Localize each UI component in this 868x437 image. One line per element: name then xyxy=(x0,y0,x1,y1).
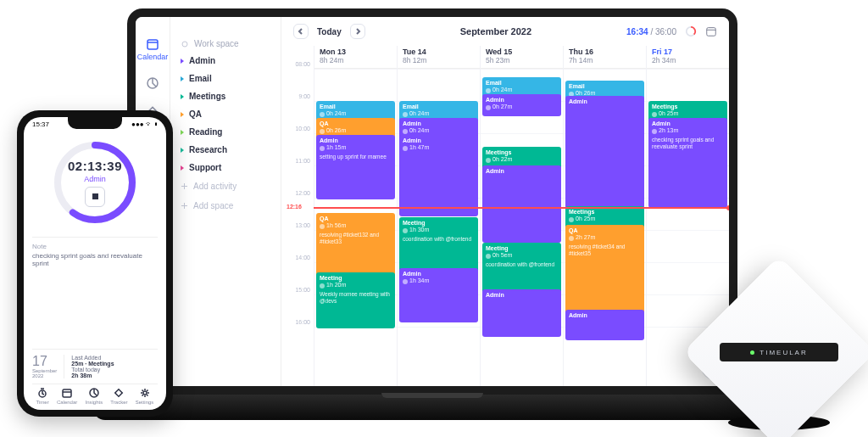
today-button[interactable]: Today xyxy=(314,27,345,36)
calendar-event[interactable]: Admin2h 13mchecking sprint goals and ree… xyxy=(648,118,727,208)
calendar-main: Today September 2022 16:34 / 36:00 08:00… xyxy=(281,17,729,386)
nav-calendar[interactable]: Calendar xyxy=(137,37,169,61)
activity-label: Meetings xyxy=(189,92,225,101)
day-header: Thu 167h 14m xyxy=(564,46,646,69)
total-time: 36:00 xyxy=(655,27,676,36)
stop-button[interactable] xyxy=(85,187,105,207)
triangle-icon xyxy=(181,59,184,64)
tab-calendar[interactable]: Calendar xyxy=(57,388,77,405)
tracker-brand: TIMEULAR xyxy=(760,349,807,356)
piechart-icon xyxy=(146,76,159,90)
activity-support[interactable]: Support xyxy=(170,159,281,176)
activity-admin[interactable]: Admin xyxy=(170,52,281,70)
activity-email[interactable]: Email xyxy=(170,70,281,87)
activity-research[interactable]: Research xyxy=(170,141,281,159)
calendar-event[interactable]: Admin1h 15msetting up sprint for mamee xyxy=(316,135,395,199)
phone-tabbar: TimerCalendarInsightsTrackerSettings xyxy=(32,384,158,405)
calendar-event[interactable]: Admin xyxy=(482,165,561,243)
tracker-device: TIMEULAR xyxy=(711,284,847,420)
hour-label: 11:00 xyxy=(281,158,310,190)
add-activity-label: Add activity xyxy=(193,182,236,191)
laptop-device: Calendar Work space AdminEmailMeet xyxy=(119,0,746,420)
add-activity[interactable]: Add activity xyxy=(170,176,281,196)
activity-meetings[interactable]: Meetings xyxy=(170,87,281,105)
svg-point-12 xyxy=(143,391,147,395)
gear-icon xyxy=(181,40,189,48)
calendar-event[interactable]: Meeting1h 30mcoordination with @frontend xyxy=(399,217,478,273)
tab-label: Tracker xyxy=(110,400,127,405)
note-label: Note xyxy=(32,243,158,250)
calendar-event[interactable]: Admin1h 34m xyxy=(399,268,478,322)
calendar-event[interactable]: Admin0h 27m xyxy=(482,94,561,116)
hour-label: 10:00 xyxy=(281,126,310,158)
day-column: Wed 155h 23mEmail0h 24mAdmin0h 27mMeetin… xyxy=(480,46,563,386)
last-added-label: Last Added xyxy=(71,355,101,361)
hour-label: 16:00 xyxy=(281,319,310,351)
laptop-base xyxy=(93,395,771,420)
phone-notch xyxy=(68,117,122,129)
tracker-icon xyxy=(114,388,124,398)
stop-icon xyxy=(92,193,98,199)
calendar-icon xyxy=(62,388,72,398)
hour-label: 13:00 xyxy=(281,222,310,255)
day-body[interactable]: Email0h 24mQA0h 26mAdmin1h 15msetting up… xyxy=(314,69,397,386)
add-space[interactable]: Add space xyxy=(170,196,281,216)
day-header: Tue 148h 12m xyxy=(398,46,480,69)
calendar-event[interactable]: Admin xyxy=(565,310,644,340)
day-summary: 17 September2022 Last Added 25m · Meetin… xyxy=(32,349,158,384)
timer-activity[interactable]: Admin xyxy=(84,175,106,183)
calendar-event[interactable]: Admin xyxy=(565,96,644,210)
note-field[interactable]: Note checking sprint goals and reevaluat… xyxy=(32,237,158,267)
workspace-label: Work space xyxy=(194,39,239,48)
day-header: Mon 138h 24m xyxy=(314,46,397,69)
settings-icon xyxy=(140,388,150,398)
tab-label: Calendar xyxy=(57,400,77,405)
workspace-header[interactable]: Work space xyxy=(170,36,281,52)
day-header: Wed 155h 23m xyxy=(481,46,563,69)
day-body[interactable]: Email0h 24mAdmin0h 24mAdmin1h 47mMeeting… xyxy=(398,69,480,386)
triangle-icon xyxy=(181,165,184,171)
calendar-event[interactable]: Admin1h 47m xyxy=(399,135,478,216)
activity-reading[interactable]: Reading xyxy=(170,123,281,141)
calendar-topbar: Today September 2022 16:34 / 36:00 xyxy=(281,17,729,46)
calendar-event[interactable]: Meeting0h 5emcoordination with @frontend xyxy=(482,243,561,294)
activity-sidebar: Work space AdminEmailMeetingsQAReadingRe… xyxy=(170,17,281,386)
day-body[interactable]: Email0h 24mAdmin0h 27mMeetings0h 22mAdmi… xyxy=(481,69,563,386)
last-added-value: 25m · Meetings xyxy=(71,361,114,367)
calendar-event[interactable]: Admin xyxy=(482,289,561,337)
topbar-stats: 16:34 / 36:00 xyxy=(626,25,717,37)
calendar-event[interactable]: QA2h 27mresolving #ticket34 and #ticket3… xyxy=(565,225,644,315)
chevron-right-icon xyxy=(354,28,361,35)
activity-label: Research xyxy=(189,145,227,154)
prev-button[interactable] xyxy=(293,24,309,39)
tab-tracker[interactable]: Tracker xyxy=(110,388,127,405)
calendar-event[interactable]: QA1h 56mresolving #ticket132 and #ticket… xyxy=(316,213,395,277)
calendar-settings-icon[interactable] xyxy=(705,25,717,37)
day-body[interactable]: Email0h 26mAdminMeetings0h 25mQA2h 27mre… xyxy=(564,69,646,386)
insights-icon xyxy=(89,388,99,398)
triangle-icon xyxy=(181,76,184,81)
activity-qa[interactable]: QA xyxy=(170,105,281,123)
svg-point-3 xyxy=(182,42,187,47)
next-button[interactable] xyxy=(350,24,365,39)
timer-icon xyxy=(37,388,47,398)
led-icon xyxy=(750,350,754,355)
chevron-left-icon xyxy=(298,28,304,35)
status-time: 15:37 xyxy=(32,120,49,128)
hour-label: 9:00 xyxy=(281,93,310,126)
triangle-icon xyxy=(181,94,184,99)
tab-insights[interactable]: Insights xyxy=(85,388,103,405)
activity-label: Reading xyxy=(189,127,222,137)
tab-settings[interactable]: Settings xyxy=(136,388,154,405)
svg-rect-11 xyxy=(115,389,122,396)
tab-label: Settings xyxy=(136,400,154,405)
status-icons: ●●● ᯤ ▮ xyxy=(131,120,158,128)
timer-value: 02:13:39 xyxy=(68,159,122,173)
nav-reports[interactable] xyxy=(146,76,159,90)
gauge-icon xyxy=(685,25,697,37)
plus-icon xyxy=(181,202,188,210)
day-columns: Mon 138h 24mEmail0h 24mQA0h 26mAdmin1h 1… xyxy=(314,46,729,386)
tab-timer[interactable]: Timer xyxy=(36,388,49,405)
summary-date: 17 September2022 xyxy=(32,355,57,378)
calendar-event[interactable]: Meeting1h 20mWeekly momee meeting with @… xyxy=(316,272,395,328)
